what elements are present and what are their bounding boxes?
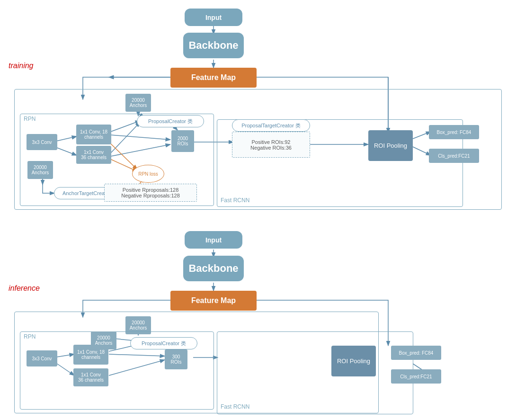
fast-rcnn-label: Fast RCNN (221, 197, 249, 204)
training-box-pred: Box_pred: FC84 (429, 125, 479, 139)
inference-box-pred: Box_pred: FC84 (391, 346, 441, 360)
inference-conv3x3: 3x3 Conv (27, 350, 57, 366)
inference-conv1x1-36: 1x1 Conv 36 channels (73, 368, 108, 386)
diagram: training Input Backbone Feature Map 2000… (0, 0, 516, 420)
inference-label: inference (9, 284, 40, 293)
inference-input: Input (185, 231, 242, 249)
training-pos-neg-rois: Positive ROIs:92 Negative ROIs:36 (232, 132, 310, 158)
training-cls-pred: Cls_pred:FC21 (429, 149, 479, 163)
inference-roi-pooling: ROI Pooling (331, 346, 376, 376)
training-label: training (9, 62, 33, 70)
inference-backbone: Backbone (183, 256, 244, 281)
inference-proposal-creator: ProposalCreator 类 (130, 337, 197, 349)
training-input: Input (185, 9, 242, 26)
training-roi-pooling: ROI Pooling (368, 130, 413, 161)
inference-rois-300: 300 ROIs (165, 349, 187, 369)
inference-conv1x1-18: 1x1 Conv, 18 channels (73, 345, 108, 365)
training-conv1x1-36: 1x1 Conv 36 channels (76, 146, 111, 164)
training-proposal-creator: ProposalCreator 类 (137, 115, 204, 127)
training-pos-neg-rproposals: Positive Rproposals:128 Negative Rpropos… (104, 184, 197, 202)
training-backbone: Backbone (183, 33, 244, 58)
training-conv3x3: 3x3 Conv (27, 134, 57, 150)
training-feature-map: Feature Map (170, 68, 257, 88)
training-rois-2000: 2000 ROIs (171, 130, 194, 152)
training-rpn-loss: RPN loss (132, 165, 164, 183)
training-proposal-target-creator: ProposalTargetCreator 类 (232, 119, 310, 132)
training-conv1x1-18: 1x1 Conv, 18 channels (76, 125, 111, 144)
inference-feature-map: Feature Map (170, 291, 257, 311)
inference-fast-rcnn-label: Fast RCNN (221, 403, 249, 410)
training-anchors-rpn: 20000 Anchors (27, 161, 53, 179)
inference-fast-rcnn-container (217, 331, 413, 414)
rpn-label: RPN (24, 116, 36, 122)
inference-cls-pred: Cls_pred:FC21 (391, 369, 441, 384)
inference-rpn-label: RPN (24, 333, 36, 340)
